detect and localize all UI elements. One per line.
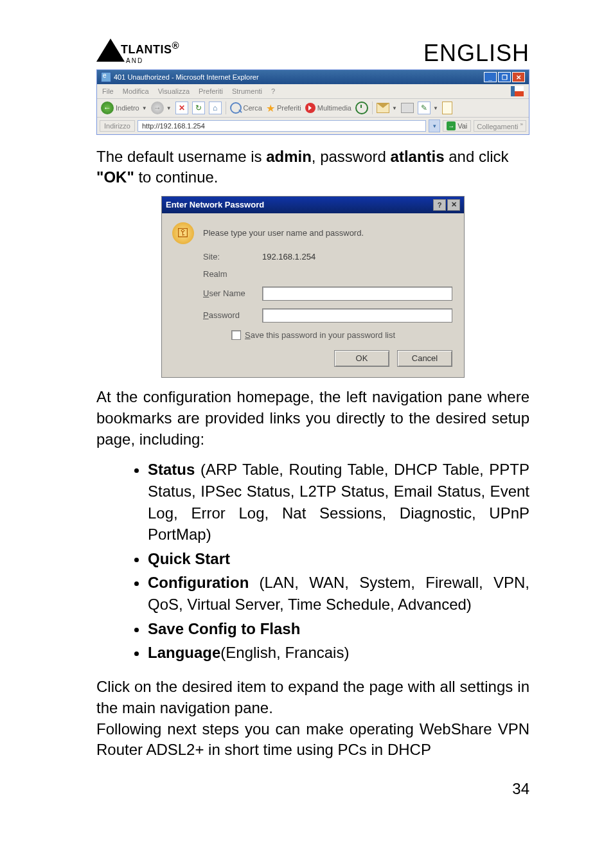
bullet-status: Status (ARP Table, Routing Table, DHCP T… xyxy=(148,459,529,545)
ie-window: 401 Unauthorized - Microsoft Internet Ex… xyxy=(96,69,529,135)
realm-label: Realm xyxy=(203,269,262,279)
multimedia-button[interactable]: Multimedia xyxy=(305,103,351,113)
ie-titlebar: 401 Unauthorized - Microsoft Internet Ex… xyxy=(97,70,529,84)
username-label: User Name xyxy=(203,288,262,298)
search-icon xyxy=(230,102,242,114)
brand-logo: TLANTIS® AND xyxy=(96,39,179,67)
dialog-close-button[interactable]: ✕ xyxy=(447,199,460,211)
forward-button[interactable]: →▼ xyxy=(151,102,172,114)
go-button[interactable]: →Vai xyxy=(443,120,471,132)
favorites-button[interactable]: ★Preferiti xyxy=(266,102,301,114)
password-input[interactable] xyxy=(262,308,452,323)
search-button[interactable]: Cerca xyxy=(230,102,262,114)
menu-file[interactable]: File xyxy=(102,87,114,95)
edit-icon: ✎ xyxy=(418,102,431,114)
save-password-label: Save this password in your password list xyxy=(245,330,395,340)
username-input[interactable] xyxy=(262,287,452,301)
keys-icon: ⚿ xyxy=(172,222,194,244)
menu-preferiti[interactable]: Preferiti xyxy=(199,87,223,95)
bullet-quickstart: Quick Start xyxy=(148,548,529,570)
ie-title-text: 401 Unauthorized - Microsoft Internet Ex… xyxy=(114,73,259,81)
address-input[interactable]: http://192.168.1.254 xyxy=(138,120,426,132)
mail-button[interactable]: ▼ xyxy=(377,103,397,113)
language-header: ENGLISH xyxy=(423,40,529,67)
window-maximize-button[interactable]: ❐ xyxy=(498,72,511,82)
ie-page-icon xyxy=(101,72,111,82)
edit-button[interactable]: ✎▼ xyxy=(418,102,438,114)
dialog-help-button[interactable]: ? xyxy=(433,199,446,211)
doc-icon xyxy=(442,102,452,114)
window-minimize-button[interactable]: _ xyxy=(484,72,497,82)
ie-menubar: File Modifica Visualizza Preferiti Strum… xyxy=(97,84,529,99)
go-arrow-icon: → xyxy=(447,121,456,130)
refresh-button[interactable]: ↻ xyxy=(192,102,205,114)
clock-icon xyxy=(355,102,368,114)
menu-help[interactable]: ? xyxy=(271,87,275,95)
page-number: 34 xyxy=(96,780,529,798)
password-label: Password xyxy=(203,310,262,320)
window-close-button[interactable]: ✕ xyxy=(512,72,525,82)
logo-subtext: AND xyxy=(126,57,143,64)
intro-text: The default username is admin, password … xyxy=(96,146,529,188)
windows-flag-icon xyxy=(511,86,524,96)
back-button[interactable]: ←Indietro▼ xyxy=(101,102,147,114)
history-button[interactable] xyxy=(355,102,368,114)
bullet-save-config: Save Config to Flash xyxy=(148,618,529,640)
bullet-configuration: Configuration (LAN, WAN, System, Firewal… xyxy=(148,572,529,615)
password-dialog: Enter Network Password ? ✕ ⚿ Please type… xyxy=(161,196,465,378)
address-dropdown[interactable]: ▾ xyxy=(429,120,440,132)
dialog-prompt: Please type your user name and password. xyxy=(203,228,364,238)
menu-modifica[interactable]: Modifica xyxy=(123,87,149,95)
print-button[interactable] xyxy=(401,103,414,113)
doc-button[interactable] xyxy=(442,102,452,114)
star-icon: ★ xyxy=(266,102,275,114)
address-label: Indirizzo xyxy=(100,120,135,132)
menu-strumenti[interactable]: Strumenti xyxy=(232,87,262,95)
save-password-checkbox[interactable] xyxy=(231,330,241,340)
bullet-language: Language(English, Francais) xyxy=(148,642,529,664)
home-button[interactable]: ⌂ xyxy=(209,102,222,114)
dialog-titlebar: Enter Network Password ? ✕ xyxy=(162,197,464,213)
nav-bullet-list: Status (ARP Table, Routing Table, DHCP T… xyxy=(96,459,529,663)
site-label: Site: xyxy=(203,252,262,261)
media-icon xyxy=(305,103,315,113)
paragraph-following-steps: Following next steps you can make operat… xyxy=(96,719,529,761)
dialog-title: Enter Network Password xyxy=(166,200,264,209)
site-value: 192.168.1.254 xyxy=(262,252,315,261)
cancel-button[interactable]: Cancel xyxy=(397,350,452,367)
paragraph-click-desired: Click on the desired item to expand the … xyxy=(96,677,529,719)
logo-text: TLANTIS® xyxy=(121,43,179,56)
paragraph-config-intro: At the configuration homepage, the left … xyxy=(96,387,529,450)
mail-icon xyxy=(377,103,389,113)
ok-button[interactable]: OK xyxy=(334,350,389,367)
menu-visualizza[interactable]: Visualizza xyxy=(158,87,190,95)
stop-button[interactable]: ✕ xyxy=(175,102,188,114)
ie-toolbar: ←Indietro▼ →▼ ✕ ↻ ⌂ Cerca ★Preferiti Mul… xyxy=(97,99,529,118)
print-icon xyxy=(401,103,414,113)
links-button[interactable]: Collegamenti » xyxy=(474,120,526,132)
ie-address-bar: Indirizzo http://192.168.1.254 ▾ →Vai Co… xyxy=(97,118,529,134)
